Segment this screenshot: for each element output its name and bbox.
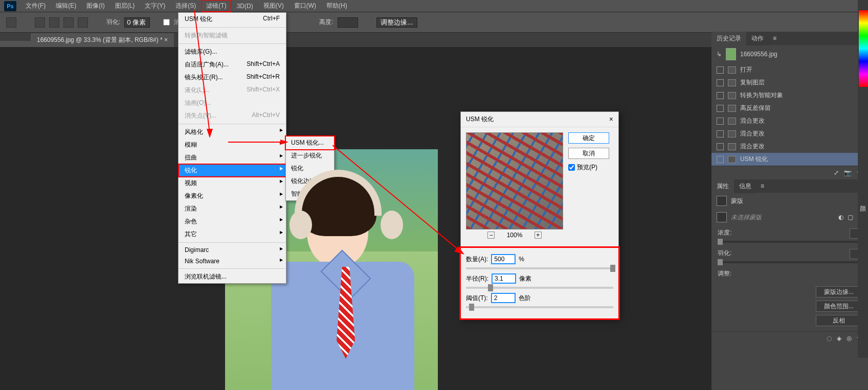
filter-stylize[interactable]: 风格化 <box>179 126 286 139</box>
menu-select[interactable]: 选择(S) <box>170 0 201 12</box>
filter-render[interactable]: 渲染 <box>179 202 286 215</box>
preview-checkbox[interactable] <box>568 164 575 171</box>
filter-other[interactable]: 其它 <box>179 228 286 241</box>
filter-distort[interactable]: 扭曲 <box>179 151 286 164</box>
radius-slider[interactable] <box>466 287 613 289</box>
sharpen-more[interactable]: 进一步锐化 <box>286 149 334 162</box>
antialias-checkbox[interactable] <box>163 19 170 26</box>
menu-help[interactable]: 帮助(H) <box>321 0 352 12</box>
new-document-from-state-icon[interactable]: ⤢ <box>834 169 839 176</box>
refine-edge-button[interactable]: 调整边缘... <box>376 17 417 28</box>
zoom-out-button[interactable]: − <box>487 232 495 239</box>
threshold-input[interactable] <box>491 293 516 303</box>
cancel-button[interactable]: 取消 <box>568 148 609 159</box>
history-item[interactable]: USM 锐化 <box>711 153 868 166</box>
mask-type-row: 蒙版 <box>711 193 868 209</box>
filter-adaptive[interactable]: 自适应广角(A)...Shift+Ctrl+A <box>179 58 286 71</box>
menu-layer[interactable]: 图层(L) <box>110 0 140 12</box>
menu-type[interactable]: 文字(Y) <box>140 0 170 12</box>
panel-menu-icon[interactable]: ≡ <box>769 33 781 44</box>
filter-browse-online[interactable]: 浏览联机滤镜... <box>179 270 286 283</box>
invert-button[interactable]: 反相 <box>816 315 862 326</box>
filter-noise[interactable]: 杂色 <box>179 215 286 228</box>
filter-last[interactable]: USM 锐化Ctrl+F <box>179 13 286 26</box>
mask-icon[interactable] <box>717 196 727 206</box>
disable-mask-icon[interactable]: ◎ <box>847 335 852 342</box>
radius-unit: 像素 <box>519 274 531 283</box>
filter-liquify[interactable]: 液化(L)...Shift+Ctrl+X <box>179 84 286 97</box>
apply-mask-icon[interactable]: ◈ <box>837 335 841 342</box>
dialog-close-icon[interactable]: × <box>609 115 613 124</box>
history-tab[interactable]: 历史记录 <box>711 32 746 45</box>
history-item[interactable]: 打开 <box>711 63 868 76</box>
combine-intersect-icon[interactable] <box>78 17 88 28</box>
preview-checkbox-row[interactable]: 预览(P) <box>568 163 609 172</box>
dialog-preview[interactable] <box>466 132 563 230</box>
feather-input[interactable] <box>124 17 150 28</box>
dialog-titlebar: USM 锐化 × <box>461 112 618 127</box>
height-label: 高度: <box>319 18 333 27</box>
load-selection-icon[interactable]: ◌ <box>827 335 832 342</box>
combine-add-icon[interactable] <box>49 17 59 28</box>
density-slider[interactable] <box>718 241 862 243</box>
vector-mask-icon[interactable]: ▢ <box>848 214 853 221</box>
marquee-preset-icon[interactable] <box>6 17 16 28</box>
filter-digimarc[interactable]: Digimarc <box>179 244 286 256</box>
zoom-in-button[interactable]: + <box>535 232 542 239</box>
pixel-mask-icon[interactable]: ◐ <box>838 214 843 221</box>
adjust-label: 调整: <box>718 270 731 277</box>
amount-slider[interactable] <box>466 267 613 269</box>
dialog-title: USM 锐化 <box>466 115 494 124</box>
history-item[interactable]: 高反差保留 <box>711 102 868 114</box>
menu-3d[interactable]: 3D(D) <box>232 1 258 12</box>
actions-tab[interactable]: 动作 <box>746 32 769 45</box>
amount-input[interactable] <box>491 254 516 264</box>
filter-video[interactable]: 视频 <box>179 177 286 190</box>
filter-nik[interactable]: Nik Software <box>179 256 286 267</box>
filter-oil[interactable]: 油画(O)... <box>179 97 286 109</box>
history-item[interactable]: 复制图层 <box>711 76 868 89</box>
color-range-button[interactable]: 颜色范围... <box>816 301 862 312</box>
properties-panel-footer: ◌ ◈ ◎ 🗑 <box>711 331 868 345</box>
history-list: 打开 复制图层 转换为智能对象 高反差保留 混合更改 混合更改 混合更改 USM… <box>711 63 868 166</box>
collapsed-panel-label[interactable]: 颜 <box>858 204 868 213</box>
threshold-slider[interactable] <box>466 306 613 308</box>
info-tab[interactable]: 信息 <box>734 179 756 193</box>
height-input[interactable] <box>338 17 358 28</box>
history-item[interactable]: 转换为智能对象 <box>711 89 868 102</box>
feather-label: 羽化: <box>106 18 120 27</box>
menu-edit[interactable]: 编辑(E) <box>51 0 81 12</box>
menu-view[interactable]: 视图(V) <box>258 0 289 12</box>
filter-blur[interactable]: 模糊 <box>179 139 286 151</box>
mask-preview-icon <box>717 212 727 222</box>
menu-bar: Ps 文件(F) 编辑(E) 图像(I) 图层(L) 文字(Y) 选择(S) 滤… <box>0 0 868 12</box>
filter-sharpen[interactable]: 锐化 <box>179 164 286 177</box>
history-item[interactable]: 混合更改 <box>711 140 868 153</box>
menu-filter[interactable]: 滤镜(T) <box>201 0 231 12</box>
menu-window[interactable]: 窗口(W) <box>289 0 321 12</box>
history-snapshot-row[interactable]: ↳ 16609556.jpg <box>711 45 868 63</box>
history-brush-source-icon[interactable]: ↳ <box>717 51 722 58</box>
usm-dialog: USM 锐化 × − 100% + 确定 取消 预览(P) 数量(A): % <box>460 111 619 319</box>
panel-menu-icon[interactable]: ≡ <box>756 180 768 192</box>
mask-edge-button[interactable]: 蒙版边缘... <box>816 286 862 297</box>
combine-sub-icon[interactable] <box>63 17 74 28</box>
combine-new-icon[interactable] <box>35 17 45 28</box>
color-swatches-icon[interactable] <box>859 10 868 87</box>
history-item[interactable]: 混合更改 <box>711 114 868 127</box>
properties-tab[interactable]: 属性 <box>711 179 734 193</box>
history-item[interactable]: 混合更改 <box>711 127 868 140</box>
radius-input[interactable] <box>492 273 516 284</box>
filter-pixelate[interactable]: 像素化 <box>179 190 286 202</box>
menu-image[interactable]: 图像(I) <box>81 0 109 12</box>
filter-lens[interactable]: 镜头校正(R)...Shift+Ctrl+R <box>179 71 286 84</box>
menu-file[interactable]: 文件(F) <box>20 0 51 12</box>
filter-gallery[interactable]: 滤镜库(G)... <box>179 45 286 58</box>
snapshot-name: 16609556.jpg <box>740 51 777 58</box>
sharpen-usm[interactable]: USM 锐化... <box>286 136 334 149</box>
feather-slider[interactable] <box>718 261 862 263</box>
filter-vanish[interactable]: 消失点(V)...Alt+Ctrl+V <box>179 109 286 122</box>
ok-button[interactable]: 确定 <box>568 132 609 144</box>
document-tab[interactable]: 16609556.jpg @ 33.3% (背景 副本, RGB/8#) * × <box>31 33 174 47</box>
new-snapshot-icon[interactable]: 📷 <box>844 169 852 176</box>
